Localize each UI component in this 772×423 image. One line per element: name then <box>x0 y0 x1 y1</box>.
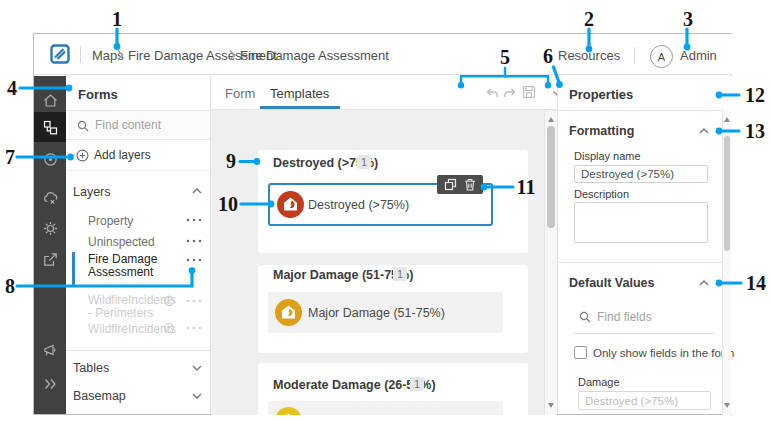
nav-sidebar <box>34 76 66 414</box>
layer-options-icon <box>186 326 202 330</box>
breadcrumb-form-name: Fire Damage Assessment <box>240 45 389 65</box>
damage-default-input[interactable] <box>578 391 711 410</box>
search-icon <box>579 311 591 323</box>
templates-scroll-area: Destroyed (>75%) 1 Destroyed (>75%) <box>211 110 544 415</box>
default-values-section-header: Default Values <box>569 272 654 294</box>
header-divider-left <box>80 46 81 63</box>
scroll-down-arrow[interactable] <box>724 403 730 408</box>
find-content-row[interactable] <box>66 111 210 140</box>
basemap-section-header[interactable]: Basemap <box>73 385 126 407</box>
display-name-input[interactable] <box>574 165 708 183</box>
geofences-icon[interactable] <box>43 152 58 167</box>
app-header: Maps Fire Damage Assessment Fire Damage … <box>34 34 732 75</box>
home-icon[interactable] <box>43 93 58 108</box>
template-hover-toolbar <box>437 175 483 194</box>
callout-14: 14 <box>746 272 766 294</box>
destroyed-symbol-icon <box>277 191 304 218</box>
template-label: Moderate Damage (26-50%) <box>308 401 466 415</box>
properties-panel-title: Properties <box>569 82 633 106</box>
save-icon[interactable] <box>522 85 536 99</box>
template-label: Destroyed (>75%) <box>308 185 409 224</box>
admin-menu[interactable]: Admin <box>680 45 717 65</box>
layer-selected-bar <box>72 252 75 287</box>
template-count-badge: 1 <box>357 155 371 169</box>
add-layers-label: Add layers <box>94 145 151 165</box>
layers-section-header[interactable]: Layers <box>73 180 111 204</box>
nav-active-tile[interactable] <box>34 112 66 142</box>
formatting-section-header: Formatting <box>569 120 634 142</box>
duplicate-icon[interactable] <box>444 178 457 191</box>
damage-field-label: Damage <box>578 374 620 390</box>
add-circle-icon <box>76 149 89 162</box>
template-count-badge: 1 <box>393 267 407 281</box>
moderate-damage-symbol-icon <box>275 407 302 415</box>
tables-section-header[interactable]: Tables <box>73 357 109 379</box>
only-show-fields-label: Only show fields in the form <box>593 344 734 361</box>
chevron-down-icon[interactable] <box>192 393 202 399</box>
callout-3: 3 <box>683 8 693 30</box>
layer-options-icon[interactable] <box>186 239 202 243</box>
layer-options-icon <box>186 299 202 303</box>
layer-item-fire-damage-assessment[interactable]: Fire Damage Assessment <box>88 253 184 279</box>
callout-2: 2 <box>584 8 594 30</box>
header-divider-right <box>634 47 635 63</box>
only-show-fields-checkbox[interactable] <box>574 346 587 359</box>
not-allowed-icon <box>163 322 175 334</box>
template-group-destroyed: Destroyed (>75%) 1 Destroyed (>75%) <box>258 150 528 253</box>
chevron-up-icon[interactable] <box>192 188 202 194</box>
screenshot-stage: Maps Fire Damage Assessment Fire Damage … <box>0 0 772 423</box>
template-card-major-damage[interactable]: Major Damage (51-75%) <box>268 292 503 333</box>
layer-options-icon[interactable] <box>186 218 202 222</box>
layer-item-property[interactable]: Property <box>88 210 133 232</box>
chevron-up-icon[interactable] <box>699 128 709 134</box>
chevron-down-icon[interactable] <box>192 365 202 371</box>
tab-form[interactable]: Form <box>225 82 255 104</box>
display-name-label: Display name <box>574 148 641 164</box>
chevron-up-icon[interactable] <box>699 280 709 286</box>
templates-scrollbar[interactable] <box>544 111 557 415</box>
search-icon <box>77 120 89 132</box>
undo-icon[interactable] <box>486 87 499 99</box>
redo-icon[interactable] <box>503 87 516 99</box>
scroll-up-arrow[interactable] <box>548 117 554 122</box>
scroll-up-arrow[interactable] <box>724 117 730 122</box>
description-textarea[interactable] <box>574 202 708 243</box>
app-logo[interactable] <box>50 44 70 64</box>
avatar[interactable]: A <box>650 45 673 68</box>
template-card-moderate-damage[interactable]: Moderate Damage (26-50%) <box>268 401 503 415</box>
callout-8: 8 <box>5 275 15 297</box>
tab-bar: Form Templates <box>211 76 557 110</box>
active-tab-underline <box>260 106 340 109</box>
template-count-badge: 1 <box>410 377 424 391</box>
callout-1: 1 <box>112 8 122 30</box>
forms-panel-title: Forms <box>78 82 118 106</box>
properties-panel: Properties Formatting Display name Descr… <box>557 76 732 414</box>
callout-4: 4 <box>7 77 17 99</box>
layer-item-uninspected[interactable]: Uninspected <box>88 231 155 253</box>
layer-options-icon[interactable] <box>186 258 202 262</box>
template-group-major-damage: Major Damage (51-75%) 1 Major Damage (51… <box>258 265 528 353</box>
find-fields-input[interactable] <box>597 308 703 326</box>
divider <box>66 350 210 351</box>
settings-gear-icon[interactable] <box>43 221 58 236</box>
divider <box>558 262 723 263</box>
tab-templates[interactable]: Templates <box>270 82 329 104</box>
delete-trash-icon[interactable] <box>464 178 476 191</box>
breadcrumb-chevron-icon <box>228 49 236 61</box>
resources-link[interactable]: Resources <box>558 45 620 65</box>
template-group-moderate-damage: Moderate Damage (26-50%) 1 Moderate Dama… <box>258 363 528 415</box>
divider <box>558 110 723 111</box>
scroll-down-arrow[interactable] <box>548 403 554 408</box>
feedback-megaphone-icon[interactable] <box>43 343 58 358</box>
offline-areas-icon[interactable] <box>43 191 58 206</box>
find-content-input[interactable] <box>95 115 203 135</box>
scrollbar-thumb[interactable] <box>547 126 555 228</box>
callout-7: 7 <box>5 146 15 168</box>
sharing-icon[interactable] <box>43 252 58 267</box>
callout-13: 13 <box>745 120 765 142</box>
breadcrumb-chevron-icon <box>116 49 124 61</box>
add-layers-row[interactable]: Add layers <box>66 140 210 171</box>
properties-scrollbar[interactable] <box>722 111 731 415</box>
expand-sidebar-icon[interactable] <box>44 378 57 390</box>
scrollbar-thumb[interactable] <box>724 136 730 251</box>
